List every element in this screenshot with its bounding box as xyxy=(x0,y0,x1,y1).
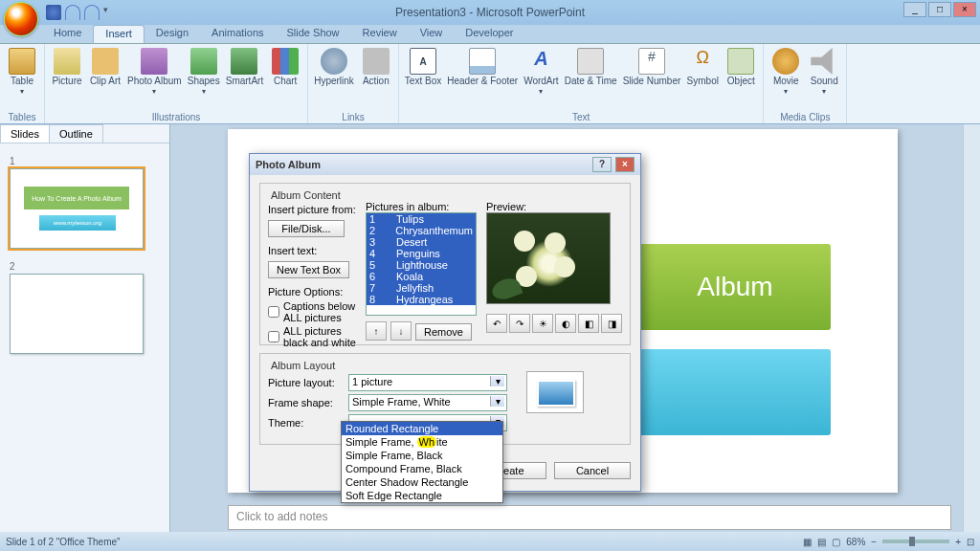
theme-label: Theme: xyxy=(268,417,343,429)
tab-slideshow[interactable]: Slide Show xyxy=(276,25,351,43)
fit-button[interactable]: ⊡ xyxy=(967,537,974,547)
slidenumber-button[interactable]: #Slide Number xyxy=(623,48,681,86)
insert-text-label: Insert text: xyxy=(268,245,356,256)
table-button[interactable]: Table▾ xyxy=(6,48,38,96)
slide-thumb-1[interactable]: How To Create A Photo Album www.mylesson… xyxy=(10,168,144,249)
frame-shape-dropdown[interactable]: Rounded Rectangle Simple Frame, White Si… xyxy=(341,421,503,503)
sound-button[interactable]: Sound▾ xyxy=(808,48,840,96)
hyperlink-button[interactable]: Hyperlink xyxy=(314,48,354,86)
album-content-label: Album Content xyxy=(268,189,344,201)
view-normal-icon[interactable]: ▦ xyxy=(803,537,812,547)
view-sorter-icon[interactable]: ▤ xyxy=(817,537,826,547)
tab-developer[interactable]: Developer xyxy=(454,25,524,43)
preview-image xyxy=(486,212,611,304)
contrast-up-button[interactable]: ◧ xyxy=(578,314,599,333)
office-button[interactable] xyxy=(4,2,38,36)
file-disk-button[interactable]: File/Disk... xyxy=(268,220,345,237)
move-down-button[interactable]: ↓ xyxy=(390,321,412,341)
notes-pane[interactable]: Click to add notes xyxy=(228,505,951,530)
brightness-up-button[interactable]: ☀ xyxy=(532,314,553,333)
view-show-icon[interactable]: ▢ xyxy=(832,537,840,547)
blue-shape xyxy=(639,349,831,435)
brightness-down-button[interactable]: ◐ xyxy=(555,314,576,333)
album-layout-label: Album Layout xyxy=(268,360,338,371)
vertical-scrollbar[interactable] xyxy=(963,124,980,532)
datetime-button[interactable]: Date & Time xyxy=(565,48,617,86)
group-links-label: Links xyxy=(314,112,392,123)
picture-layout-label: Picture layout: xyxy=(268,377,343,388)
dropdown-item-rounded[interactable]: Rounded Rectangle xyxy=(342,422,502,435)
bw-checkbox[interactable] xyxy=(268,331,279,342)
textbox-button[interactable]: AText Box xyxy=(405,48,441,86)
remove-button[interactable]: Remove xyxy=(415,323,472,341)
dropdown-item-compound[interactable]: Compound Frame, Black xyxy=(342,462,502,475)
dropdown-item-soft[interactable]: Soft Edge Rectangle xyxy=(342,489,502,502)
tab-design[interactable]: Design xyxy=(145,25,200,43)
shapes-button[interactable]: Shapes▾ xyxy=(188,48,220,96)
dialog-close-button[interactable]: × xyxy=(615,157,635,172)
qat-more-icon[interactable]: ▾ xyxy=(103,5,119,20)
slide-thumb-2[interactable] xyxy=(10,274,144,354)
zoom-level[interactable]: 68% xyxy=(846,537,865,547)
action-button[interactable]: Action xyxy=(360,48,392,86)
minimize-button[interactable]: _ xyxy=(903,2,926,17)
symbol-button[interactable]: ΩSymbol xyxy=(686,48,719,86)
wordart-button[interactable]: AWordArt▾ xyxy=(523,48,559,96)
undo-icon[interactable] xyxy=(65,5,80,20)
redo-icon[interactable] xyxy=(84,5,100,20)
tab-insert[interactable]: Insert xyxy=(93,25,145,43)
window-title: Presentation3 - Microsoft PowerPoint xyxy=(395,6,585,19)
new-textbox-button[interactable]: New Text Box xyxy=(268,261,349,278)
movie-button[interactable]: Movie▾ xyxy=(769,48,802,96)
tab-view[interactable]: View xyxy=(409,25,455,43)
outline-tab[interactable]: Outline xyxy=(49,124,103,143)
rotate-left-button[interactable]: ↶ xyxy=(486,314,507,333)
thumb-1-number: 1 xyxy=(10,156,15,166)
object-button[interactable]: Object xyxy=(724,48,757,86)
headerfooter-button[interactable]: Header & Footer xyxy=(447,48,518,86)
zoom-slider[interactable] xyxy=(882,540,949,543)
dialog-title: Photo Album xyxy=(256,159,321,170)
titlebar: ▾ Presentation3 - Microsoft PowerPoint _… xyxy=(0,0,980,25)
move-up-button[interactable]: ↑ xyxy=(366,321,387,341)
dropdown-item-white[interactable]: Simple Frame, White xyxy=(342,435,502,449)
slides-tab[interactable]: Slides xyxy=(0,124,50,143)
ribbon: Table▾ Tables Picture Clip Art Photo Alb… xyxy=(0,44,980,124)
captions-checkbox[interactable] xyxy=(268,306,279,318)
chart-button[interactable]: Chart xyxy=(269,48,301,86)
cancel-button[interactable]: Cancel xyxy=(554,462,631,479)
photoalbum-button[interactable]: Photo Album▾ xyxy=(127,48,182,96)
dropdown-item-black[interactable]: Simple Frame, Black xyxy=(342,449,502,462)
zoom-out-button[interactable]: − xyxy=(871,537,877,547)
rotate-right-button[interactable]: ↷ xyxy=(509,314,530,333)
pictures-list[interactable]: 1Tulips 2Chrysanthemum 3Desert 4Penguins… xyxy=(366,212,477,316)
thumb-2-number: 2 xyxy=(10,261,15,272)
tab-review[interactable]: Review xyxy=(351,25,409,43)
clipart-button[interactable]: Clip Art xyxy=(89,48,122,86)
insert-from-label: Insert picture from: xyxy=(268,204,356,215)
tab-animations[interactable]: Animations xyxy=(200,25,275,43)
ribbon-tabs: Home Insert Design Animations Slide Show… xyxy=(0,25,980,44)
layout-preview xyxy=(526,371,584,413)
dropdown-item-shadow[interactable]: Center Shadow Rectangle xyxy=(342,475,502,489)
contrast-down-button[interactable]: ◨ xyxy=(601,314,622,333)
preview-label: Preview: xyxy=(486,201,526,212)
zoom-in-button[interactable]: + xyxy=(955,537,961,547)
picture-layout-combo[interactable]: 1 picture xyxy=(348,374,507,391)
picture-button[interactable]: Picture xyxy=(51,48,83,86)
group-tables-label: Tables xyxy=(6,112,38,123)
tab-home[interactable]: Home xyxy=(42,25,93,43)
dialog-titlebar[interactable]: Photo Album ? × xyxy=(250,154,640,175)
frame-shape-combo[interactable]: Simple Frame, White xyxy=(348,394,507,411)
album-shape: Album xyxy=(639,244,831,330)
pic-options-label: Picture Options: xyxy=(268,286,356,298)
maximize-button[interactable]: □ xyxy=(928,2,951,17)
status-left: Slide 1 of 2 "Office Theme" xyxy=(6,537,121,547)
close-button[interactable]: × xyxy=(953,2,976,17)
smartart-button[interactable]: SmartArt xyxy=(226,48,263,86)
quick-access-toolbar: ▾ xyxy=(46,5,119,20)
save-icon[interactable] xyxy=(46,5,61,20)
group-text-label: Text xyxy=(405,112,757,123)
slide-panel: Slides Outline 1 How To Create A Photo A… xyxy=(0,124,170,532)
dialog-help-button[interactable]: ? xyxy=(592,157,612,172)
